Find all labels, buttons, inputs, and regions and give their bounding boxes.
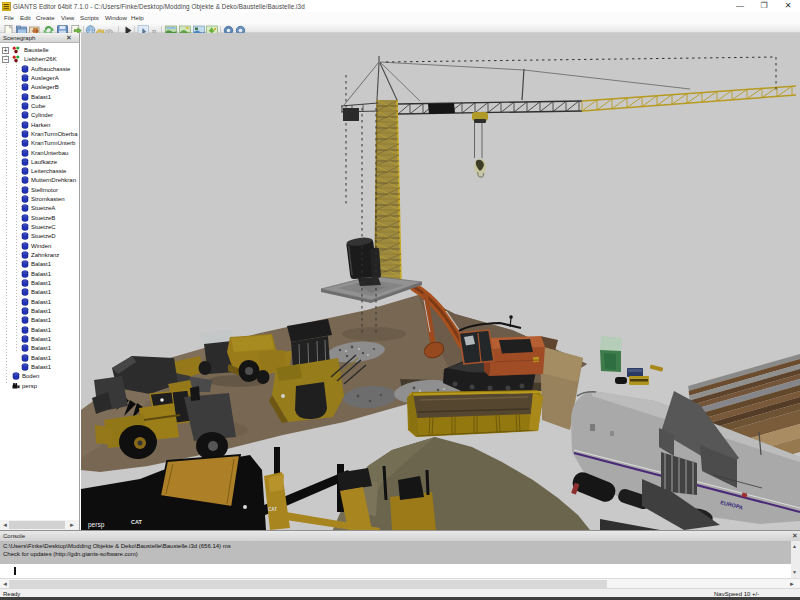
svg-text:CAT: CAT [131,519,143,525]
svg-text:CAT: CAT [268,507,277,512]
svg-text:persp: persp [88,521,105,529]
